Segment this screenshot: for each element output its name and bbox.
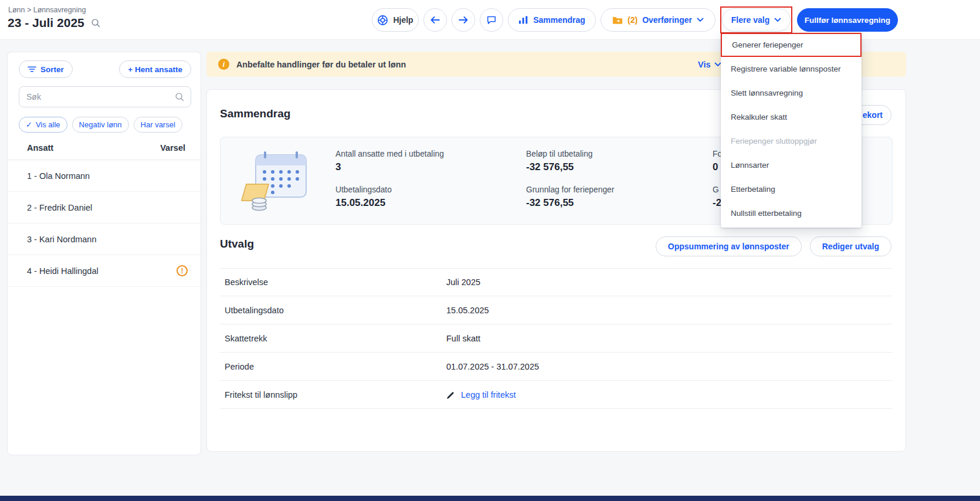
selection-details-table: Beskrivelse Juli 2025 Utbetalingsdato 15… [220,268,893,409]
info-icon: i [218,59,229,70]
stats-column-2: Beløp til utbetaling -32 576,55 Grunnlag… [526,150,614,221]
menu-item-etterbetaling[interactable]: Etterbetaling [721,177,862,201]
pencil-icon [446,390,456,400]
banner-show-link[interactable]: Vis [698,52,721,77]
stat-payout-date: Utbetalingsdato 15.05.2025 [335,185,444,209]
employee-list-header: Ansatt Varsel [8,143,201,160]
search-icon [174,92,185,102]
stats-column-1: Antall ansatte med i utbetaling 3 Utbeta… [335,150,444,221]
selection-section-title: Utvalg [220,238,254,250]
employee-row[interactable]: 4 - Heidi Hallingdal ! [8,255,201,287]
detail-row-beskrivelse: Beskrivelse Juli 2025 [220,268,893,296]
add-freetext-link[interactable]: Legg til fritekst [446,390,516,400]
more-options-menu: Generer feriepenger Registrere variable … [721,33,862,228]
chip-har-varsel[interactable]: Har varsel [134,117,182,133]
chip-negativ-lonn[interactable]: Negativ lønn [72,117,129,133]
column-varsel: Varsel [160,143,185,153]
payroll-posts-summary-button[interactable]: Oppsummering av lønnsposter [656,236,802,256]
previous-button[interactable] [423,8,447,32]
employee-sidebar: Sorter + Hent ansatte ✓ Vis alle Negativ… [7,52,201,455]
banner-text: Anbefalte handlinger før du betaler ut l… [236,60,406,69]
bar-chart-icon [518,15,528,25]
employee-search [19,86,191,107]
menu-item-slett-lonnsavregning[interactable]: Slett lønnsavregning [721,81,862,105]
folder-icon [612,16,623,25]
stat-employee-count: Antall ansatte med i utbetaling 3 [335,150,444,173]
complete-payroll-button[interactable]: Fullfør lønnsavregning [797,8,898,32]
help-button[interactable]: Hjelp [372,8,419,32]
page-title: 23 - Juli 2025 [8,16,84,30]
warning-icon: ! [177,265,188,276]
summary-button[interactable]: Sammendrag [508,8,596,32]
menu-item-registrere-variable-lonnsposter[interactable]: Registrere variable lønnsposter [721,57,862,81]
top-bar: Lønn > Lønnsavregning 23 - Juli 2025 Hje… [0,0,980,40]
chevron-down-icon [774,18,781,22]
fetch-employees-button[interactable]: + Hent ansatte [119,60,191,78]
calendar-coins-illustration [240,150,310,212]
comments-button[interactable] [480,8,503,32]
filter-chips: ✓ Vis alle Negativ lønn Har varsel [19,117,191,133]
employee-row[interactable]: 1 - Ola Normann [8,160,201,192]
arrow-left-icon [430,16,440,24]
chip-vis-alle[interactable]: ✓ Vis alle [19,117,67,133]
column-ansatt: Ansatt [27,143,53,153]
selection-actions: Oppsummering av lønnsposter Rediger utva… [656,236,891,256]
more-options-highlight-frame: Flere valg Generer feriepenger Registrer… [720,6,792,33]
sidebar-toolbar: Sorter + Hent ansatte [19,60,191,78]
next-button[interactable] [452,8,475,32]
transfers-count: (2) [628,15,637,25]
detail-row-periode: Periode 01.07.2025 - 31.07.2025 [220,353,893,381]
search-icon[interactable] [90,18,101,28]
filter-icon [28,66,36,73]
employee-row[interactable]: 3 - Kari Nordmann [8,224,201,255]
menu-item-nullstill-etterbetaling[interactable]: Nullstill etterbetaling [721,201,862,225]
transfers-button[interactable]: (2) Overføringer [601,8,715,32]
check-icon: ✓ [26,120,32,129]
bottom-navy-bar [0,496,980,501]
employee-row[interactable]: 2 - Fredrik Daniel [8,192,201,224]
search-input[interactable] [19,86,191,107]
detail-row-skattetrekk: Skattetrekk Full skatt [220,324,893,353]
breadcrumb[interactable]: Lønn > Lønnsavregning [8,6,86,14]
menu-item-generer-feriepenger[interactable]: Generer feriepenger [721,33,862,57]
stat-payout-amount: Beløp til utbetaling -32 576,55 [526,150,614,173]
chevron-down-icon [697,18,704,22]
chevron-down-icon [714,62,721,67]
menu-item-rekalkuler-skatt[interactable]: Rekalkuler skatt [721,105,862,129]
detail-row-utbetalingsdato: Utbetalingsdato 15.05.2025 [220,296,893,324]
sort-button[interactable]: Sorter [19,60,73,78]
payroll-app: Lønn > Lønnsavregning 23 - Juli 2025 Hje… [0,0,980,501]
edit-selection-button[interactable]: Rediger utvalg [810,236,891,256]
comment-icon [486,15,497,25]
header-actions: Hjelp Sammendrag [372,8,898,32]
detail-row-fritekst: Fritekst til lønnslipp Legg til fritekst [220,381,893,409]
menu-item-lonnsarter[interactable]: Lønnsarter [721,153,862,177]
summary-section-title: Sammendrag [220,107,290,120]
title-row: 23 - Juli 2025 [8,16,101,30]
more-options-button[interactable]: Flere valg [722,8,791,32]
menu-item-feriepenger-sluttoppgjor: Feriepenger sluttoppgjør [721,129,862,153]
stat-holiday-pay-basis: Grunnlag for feriepenger -32 576,55 [526,185,614,209]
arrow-right-icon [458,16,469,24]
lifebuoy-icon [377,15,388,26]
